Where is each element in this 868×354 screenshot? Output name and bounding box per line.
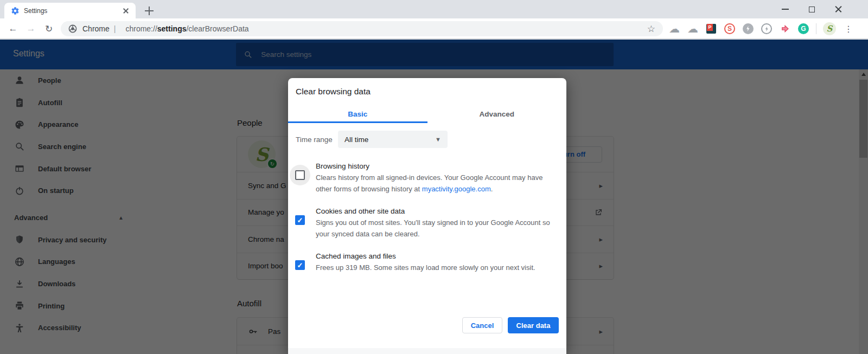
grammarly-extension-icon[interactable]: G [798,23,809,34]
bookmark-star-icon[interactable]: ☆ [644,23,659,35]
item-label: Cookies and other site data [316,205,554,217]
tab-strip: Settings [0,0,868,18]
dialog-tabs: Basic Advanced [288,105,566,123]
dialog-footer-strip [288,348,566,354]
time-range-value: All time [344,136,435,144]
cached-images-checkbox[interactable]: ✓ [295,260,305,270]
arrow-extension-icon[interactable] [779,23,791,35]
url-divider: | [114,24,116,33]
tab-close-icon[interactable] [122,7,130,15]
browser-menu-kebab-icon[interactable]: ⋮ [843,23,854,35]
time-range-select[interactable]: All time ▼ [338,131,448,148]
new-tab-button[interactable] [143,5,155,17]
url-text: chrome://settings/clearBrowserData [125,24,643,33]
check-icon: ✓ [297,261,303,269]
item-label: Browsing history [316,160,554,172]
dropdown-caret-icon: ▼ [435,136,441,143]
browser-toolbar: ← → ↻ Chrome | chrome://settings/clearBr… [0,18,868,39]
address-bar[interactable]: Chrome | chrome://settings/clearBrowserD… [61,21,663,36]
p-extension-icon[interactable]: P [706,24,716,34]
profile-avatar[interactable]: S [823,22,836,35]
item-label: Cached images and files [316,250,535,262]
bolt-outline-extension-icon[interactable] [761,23,772,34]
tab-advanced[interactable]: Advanced [427,105,567,123]
browsing-history-checkbox[interactable] [295,170,305,180]
clear-data-button[interactable]: Clear data [508,317,559,333]
clear-browsing-data-dialog: Clear browsing data Basic Advanced Time … [288,78,566,354]
reload-icon[interactable]: ↻ [42,22,55,35]
window-close-button[interactable] [826,0,851,18]
dialog-title: Clear browsing data [296,87,371,96]
item-description: Clears history from all signed-in device… [316,172,554,195]
myactivity-link[interactable]: myactivity.google.com [422,185,491,193]
cloud-extension-icon-2[interactable]: ☁ [687,23,699,35]
item-description: Frees up 319 MB. Some sites may load mor… [316,262,535,273]
back-icon[interactable]: ← [7,22,20,35]
site-label: Chrome [82,24,110,33]
cancel-button[interactable]: Cancel [462,317,502,333]
item-cookies[interactable]: ✓ Cookies and other site data Signs you … [295,202,554,240]
check-icon: ✓ [297,216,303,224]
tab-title: Settings [24,7,122,15]
toolbar-separator [816,23,816,34]
window-minimize-button[interactable] [773,0,797,18]
bolt-filled-extension-icon[interactable] [743,23,754,34]
time-range-label: Time range [296,136,338,144]
cookies-checkbox[interactable]: ✓ [295,215,305,225]
window-restore-button[interactable] [799,0,824,18]
blocked-s-extension-icon[interactable]: S [724,23,735,34]
cloud-extension-icon-1[interactable]: ☁ [668,23,680,35]
browser-tab[interactable]: Settings [4,3,136,18]
item-cached-images[interactable]: ✓ Cached images and files Frees up 319 M… [295,247,554,273]
item-description: Signs you out of most sites. You'll stay… [316,217,554,240]
tab-basic[interactable]: Basic [288,105,427,123]
settings-gear-favicon [11,7,20,15]
item-browsing-history[interactable]: Browsing history Clears history from all… [295,157,554,195]
forward-icon[interactable]: → [24,22,37,35]
chrome-site-icon [68,24,77,33]
